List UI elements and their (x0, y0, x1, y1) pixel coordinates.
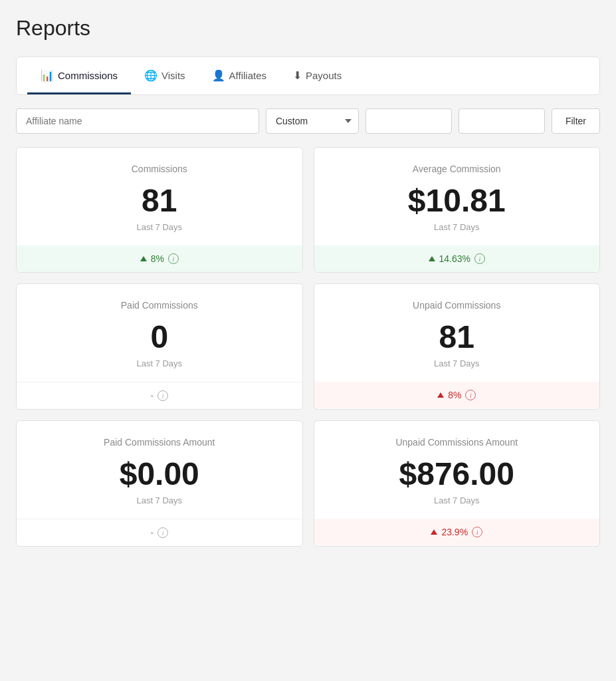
card-value: 81 (33, 185, 286, 217)
card-subtitle: Last 7 Days (33, 358, 286, 368)
card-subtitle: Last 7 Days (33, 495, 286, 505)
card-footer: 8% i (17, 245, 302, 272)
date-start-input[interactable]: 2019-10-17 (365, 108, 452, 134)
card-title: Paid Commissions (33, 300, 286, 311)
card-title: Commissions (33, 164, 286, 174)
card-body: Paid Commissions 0 Last 7 Days (17, 284, 302, 382)
card-value: 0 (33, 321, 286, 353)
info-icon: i (465, 390, 476, 400)
visits-icon: 🌐 (144, 69, 157, 82)
card-commissions: Commissions 81 Last 7 Days 8% i (16, 147, 303, 273)
footer-text: - (150, 390, 154, 401)
card-title: Paid Commissions Amount (33, 437, 286, 448)
card-unpaid-commissions-amount: Unpaid Commissions Amount $876.00 Last 7… (314, 420, 601, 547)
tab-commissions[interactable]: 📊 Commissions (27, 57, 131, 94)
card-body: Unpaid Commissions Amount $876.00 Last 7… (314, 421, 600, 519)
card-subtitle: Last 7 Days (33, 222, 286, 232)
cards-grid: Commissions 81 Last 7 Days 8% i Average … (16, 147, 600, 547)
card-value: $876.00 (330, 458, 584, 490)
card-body: Unpaid Commissions 81 Last 7 Days (314, 284, 600, 382)
card-title: Unpaid Commissions (330, 300, 584, 311)
card-footer: 14.63% i (314, 245, 600, 272)
card-paid-commissions: Paid Commissions 0 Last 7 Days - i (16, 283, 303, 410)
footer-text: 14.63% (439, 253, 470, 264)
trend-up-icon (431, 529, 437, 535)
card-body: Commissions 81 Last 7 Days (17, 148, 302, 245)
card-unpaid-commissions: Unpaid Commissions 81 Last 7 Days 8% i (314, 283, 601, 410)
card-subtitle: Last 7 Days (330, 495, 584, 505)
tab-payouts[interactable]: ⬇ Payouts (280, 57, 355, 94)
card-subtitle: Last 7 Days (330, 222, 584, 232)
trend-up-icon (140, 256, 147, 261)
card-value: $10.81 (330, 185, 584, 217)
card-footer: 23.9% i (314, 519, 600, 545)
card-title: Unpaid Commissions Amount (330, 437, 584, 448)
info-icon: i (157, 527, 168, 538)
card-footer: 8% i (314, 382, 600, 408)
affiliate-name-input[interactable] (16, 108, 259, 134)
card-value: $0.00 (33, 458, 286, 490)
trend-up-icon (437, 392, 444, 398)
commissions-icon: 📊 (41, 69, 54, 82)
info-icon: i (474, 253, 485, 264)
card-body: Average Commission $10.81 Last 7 Days (314, 148, 600, 245)
date-end-input[interactable]: 2019-10-23 (459, 108, 545, 134)
card-footer: - i (17, 519, 302, 546)
footer-text: 8% (448, 390, 461, 400)
footer-text: 8% (151, 253, 164, 264)
card-subtitle: Last 7 Days (330, 358, 584, 368)
card-value: 81 (330, 321, 584, 353)
trend-up-icon (429, 256, 435, 261)
info-icon: i (157, 390, 168, 401)
footer-text: - (150, 527, 154, 538)
affiliates-icon: 👤 (212, 69, 225, 82)
filter-row: TodayLast 7 DaysLast 30 DaysThis MonthCu… (16, 108, 600, 134)
page-title: Reports (16, 16, 600, 41)
payouts-icon: ⬇ (293, 69, 302, 82)
footer-text: 23.9% (441, 527, 468, 537)
tab-visits[interactable]: 🌐 Visits (131, 57, 199, 94)
card-paid-commissions-amount: Paid Commissions Amount $0.00 Last 7 Day… (16, 420, 303, 547)
info-icon: i (168, 253, 179, 264)
card-title: Average Commission (330, 164, 584, 174)
card-average-commission: Average Commission $10.81 Last 7 Days 14… (314, 147, 601, 273)
card-footer: - i (17, 382, 302, 409)
info-icon: i (472, 527, 482, 537)
date-range-select[interactable]: TodayLast 7 DaysLast 30 DaysThis MonthCu… (266, 108, 359, 134)
filter-button[interactable]: Filter (552, 108, 600, 134)
tab-affiliates[interactable]: 👤 Affiliates (199, 57, 280, 94)
card-body: Paid Commissions Amount $0.00 Last 7 Day… (17, 421, 302, 519)
tabs-container: 📊 Commissions 🌐 Visits 👤 Affiliates ⬇ Pa… (16, 57, 600, 95)
